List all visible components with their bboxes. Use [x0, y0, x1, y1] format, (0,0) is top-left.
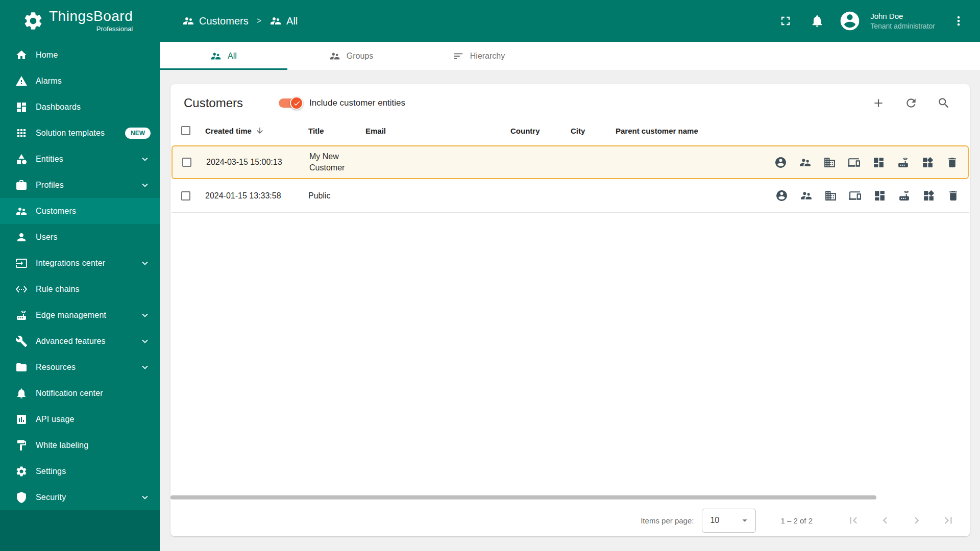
items-per-page-value: 10 — [710, 516, 719, 525]
router-icon — [897, 156, 910, 169]
search-button[interactable] — [936, 95, 951, 111]
column-email[interactable]: Email — [360, 127, 505, 135]
row-checkbox[interactable] — [181, 191, 190, 201]
notifications-button[interactable] — [807, 11, 827, 31]
chevron-down-icon — [139, 154, 151, 165]
manage-customer-assets-button[interactable] — [823, 156, 836, 169]
breadcrumb: Customers > All — [182, 15, 298, 27]
horizontal-scrollbar — [170, 495, 969, 499]
manage-customer-assets-button[interactable] — [824, 189, 837, 202]
badge-icon — [15, 179, 28, 191]
select-all-checkbox[interactable] — [181, 126, 190, 135]
manage-customer-users-button[interactable] — [774, 156, 787, 169]
sidebar-item-home[interactable]: Home — [0, 42, 160, 68]
fullscreen-icon — [778, 14, 793, 28]
chevron-down-icon — [139, 362, 151, 373]
apps-icon — [15, 127, 28, 139]
sidebar-item-customers[interactable]: Customers — [0, 198, 160, 224]
next-page-button[interactable] — [910, 513, 924, 528]
column-created-time[interactable]: Created time — [200, 126, 303, 135]
manage-customer-user-groups-button[interactable] — [799, 156, 812, 169]
first-page-button[interactable] — [846, 513, 861, 528]
sidebar-item-dashboards[interactable]: Dashboards — [0, 94, 160, 120]
manage-customer-devices-button[interactable] — [849, 189, 862, 202]
user-role: Tenant administrator — [870, 22, 935, 30]
sidebar-item-integrations-center[interactable]: Integrations center — [0, 250, 160, 276]
shield-icon — [15, 491, 28, 504]
horizontal-scrollbar-thumb[interactable] — [170, 495, 876, 499]
toggle-label: Include customer entities — [309, 98, 405, 108]
more-menu-button[interactable] — [948, 11, 969, 31]
manage-customer-edges-button[interactable] — [897, 156, 910, 169]
tab-hierarchy[interactable]: Hierarchy — [415, 42, 543, 70]
account-circle-icon — [839, 10, 861, 32]
row-checkbox[interactable] — [182, 158, 191, 167]
items-per-page-label: Items per page: — [641, 516, 694, 525]
items-per-page-select[interactable]: 10 — [702, 509, 756, 533]
column-parent-customer-name[interactable]: Parent customer name — [610, 127, 713, 135]
sidebar-item-edge-management[interactable]: Edge management — [0, 302, 160, 328]
breadcrumb-all[interactable]: All — [270, 15, 298, 27]
row-actions — [714, 156, 968, 169]
manage-customer-user-groups-button[interactable] — [800, 189, 813, 202]
previous-page-button[interactable] — [878, 513, 892, 528]
sidebar-item-white-labeling[interactable]: White labeling — [0, 432, 160, 458]
sidebar-item-security[interactable]: Security — [0, 484, 160, 510]
column-country[interactable]: Country — [505, 127, 566, 135]
sidebar-item-alarms[interactable]: Alarms — [0, 68, 160, 94]
sidebar-item-api-usage[interactable]: API usage — [0, 406, 160, 432]
row-actions — [713, 189, 969, 202]
tools-icon — [15, 335, 28, 347]
add-customer-button[interactable] — [871, 95, 886, 111]
tab-bar: All Groups Hierarchy — [160, 42, 980, 70]
tab-groups[interactable]: Groups — [287, 42, 415, 70]
table-row[interactable]: 2024-03-15 15:00:13 My New Customer — [172, 145, 969, 179]
refresh-button[interactable] — [903, 95, 919, 111]
refresh-icon — [904, 96, 918, 110]
gear-icon — [15, 465, 28, 478]
delete-customer-button[interactable] — [946, 156, 959, 169]
cell-title: Public — [303, 190, 360, 202]
cell-created-time: 2024-01-15 13:33:58 — [200, 191, 303, 201]
sidebar-item-notification-center[interactable]: Notification center — [0, 380, 160, 406]
sidebar-item-entities[interactable]: Entities — [0, 146, 160, 172]
manage-customer-dashboards-button[interactable] — [872, 156, 885, 169]
check-icon — [293, 99, 301, 107]
router-icon — [898, 189, 911, 202]
manage-customer-widgets-button[interactable] — [921, 156, 934, 169]
hierarchy-icon — [453, 51, 464, 62]
manage-customer-devices-button[interactable] — [848, 156, 861, 169]
sidebar-item-profiles[interactable]: Profiles — [0, 172, 160, 198]
new-badge: NEW — [125, 128, 151, 139]
breadcrumb-customers[interactable]: Customers — [182, 15, 249, 27]
manage-customer-edges-button[interactable] — [898, 189, 911, 202]
last-page-button[interactable] — [941, 513, 955, 528]
column-title[interactable]: Title — [303, 127, 360, 135]
delete-customer-button[interactable] — [947, 189, 960, 202]
sidebar-item-rule-chains[interactable]: Rule chains — [0, 276, 160, 302]
manage-customer-dashboards-button[interactable] — [873, 189, 886, 202]
tab-all[interactable]: All — [160, 42, 287, 70]
manage-customer-users-button[interactable] — [775, 189, 788, 202]
page-title: Customers — [184, 96, 243, 110]
user-avatar[interactable] — [839, 10, 861, 32]
logo-text: ThingsBoard Professional — [49, 9, 133, 33]
app-logo[interactable]: ThingsBoard Professional — [0, 9, 160, 33]
sidebar-item-users[interactable]: Users — [0, 224, 160, 250]
trash-icon — [947, 189, 960, 202]
widgets-icon — [922, 189, 935, 202]
sidebar-item-resources[interactable]: Resources — [0, 354, 160, 380]
include-customer-entities-toggle[interactable] — [279, 96, 302, 110]
sidebar-item-settings[interactable]: Settings — [0, 458, 160, 484]
people-icon — [15, 205, 28, 217]
plus-icon — [872, 96, 885, 110]
sidebar-item-solution-templates[interactable]: Solution templates NEW — [0, 120, 160, 146]
paginator-nav — [846, 513, 955, 528]
table-row[interactable]: 2024-01-15 13:33:58 Public — [172, 179, 969, 213]
column-city[interactable]: City — [566, 127, 610, 135]
folder-icon — [15, 361, 28, 373]
include-entities-toggle-wrap: Include customer entities — [279, 96, 405, 110]
manage-customer-widgets-button[interactable] — [922, 189, 935, 202]
sidebar-item-advanced-features[interactable]: Advanced features — [0, 328, 160, 354]
fullscreen-button[interactable] — [775, 11, 796, 31]
